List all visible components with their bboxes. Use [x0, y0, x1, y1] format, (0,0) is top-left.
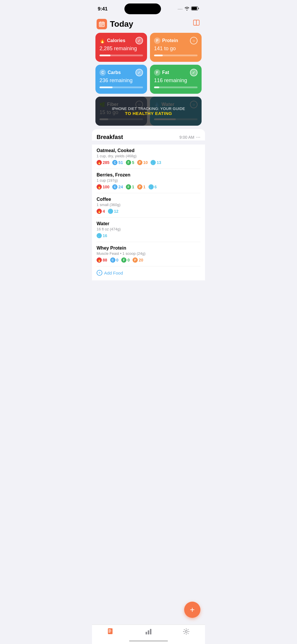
- oatmeal-macros: 🔥 285 C 51 F 5 P 10 💧 13: [97, 160, 200, 165]
- meal-options-icon[interactable]: ···: [196, 134, 200, 140]
- protein-value: 141 to go: [154, 46, 198, 52]
- breakfast-title: Breakfast: [97, 134, 123, 140]
- berries-desc: 1 cup (197g): [97, 178, 200, 183]
- breakfast-time: 9:00 AM: [180, 135, 194, 140]
- carb-icon: C: [112, 160, 117, 165]
- protein-progress-fill: [154, 55, 163, 56]
- add-food-button[interactable]: ＋ Add Food: [97, 266, 200, 280]
- berries-water: 💧 6: [148, 184, 157, 190]
- battery-icon: [191, 6, 199, 12]
- svg-rect-8: [103, 24, 104, 25]
- book-icon[interactable]: [192, 19, 200, 29]
- berries-fat: F 1: [126, 184, 134, 190]
- breakfast-section: Breakfast 9:00 AM ···: [92, 129, 205, 140]
- overlay-banner[interactable]: IPHONE DIET TRACKING: YOUR GUIDE TO HEAL…: [95, 97, 202, 126]
- status-icons: ····: [178, 6, 199, 12]
- coffee-water: 💧 12: [108, 209, 119, 214]
- oatmeal-fat: F 5: [126, 160, 134, 165]
- breakfast-time-row: 9:00 AM ···: [180, 134, 200, 140]
- fire-icon: 🔥: [99, 38, 105, 44]
- prot-badge-icon: P: [137, 160, 142, 165]
- fat-check: ✓: [190, 69, 198, 76]
- breakfast-header: Breakfast 9:00 AM ···: [97, 134, 200, 140]
- overlay-banner-text2: TO HEALTHY EATING: [125, 111, 172, 116]
- macro-card-carbs[interactable]: C Carbs ✓ 236 remaining: [95, 65, 147, 94]
- water-badge-icon: 💧: [151, 160, 156, 165]
- carbs-check: ✓: [135, 69, 143, 76]
- protein-icon: P: [154, 37, 160, 44]
- svg-rect-4: [100, 21, 101, 23]
- oatmeal-cal: 🔥 285: [97, 160, 109, 165]
- oatmeal-protein: P 10: [137, 160, 148, 165]
- carbs-label: C Carbs: [99, 69, 121, 76]
- fat-value: 116 remaining: [154, 77, 198, 84]
- water-food-desc: 16 fl oz (474g): [97, 227, 200, 231]
- berries-carbs: C 24: [112, 184, 123, 190]
- status-time: 9:41: [98, 6, 108, 12]
- whey-protein: P 20: [133, 257, 143, 263]
- calories-label: 🔥 Calories: [99, 38, 125, 44]
- whey-carbs: C 0: [110, 257, 119, 263]
- calories-progress: [99, 55, 143, 56]
- berries-name: Berries, Frozen: [97, 172, 200, 178]
- fat-progress: [154, 86, 198, 88]
- carbs-progress-fill: [99, 86, 113, 88]
- wifi-icon: [184, 6, 189, 12]
- calories-value: 2,285 remaining: [99, 46, 143, 52]
- coffee-macros: 🔥 4 💧 12: [97, 209, 200, 214]
- berries-protein: P 1: [137, 184, 146, 190]
- page-title: Today: [110, 19, 133, 29]
- carbs-progress: [99, 86, 143, 88]
- whey-name: Whey Protein: [97, 246, 200, 251]
- svg-rect-6: [100, 24, 101, 25]
- macro-cards-grid: 🔥 Calories ✓ 2,285 remaining P Protein ○…: [92, 33, 205, 97]
- svg-rect-5: [103, 21, 103, 23]
- fat-badge-icon: F: [126, 160, 131, 165]
- berries-macros: 🔥 100 C 24 F 1 P 1 💧 6: [97, 184, 200, 190]
- macro-card-protein[interactable]: P Protein ○ 141 to go: [150, 33, 202, 62]
- svg-rect-9: [100, 25, 101, 26]
- food-item-coffee[interactable]: Coffee 1 small (360g) 🔥 4 💧 12: [97, 193, 200, 218]
- calories-progress-fill: [99, 55, 111, 56]
- protein-progress: [154, 55, 198, 56]
- dynamic-island: [124, 3, 161, 14]
- coffee-cal: 🔥 4: [97, 209, 105, 214]
- macro-card-fat[interactable]: F Fat ✓ 116 remaining: [150, 65, 202, 94]
- signal-icon: ····: [178, 7, 183, 11]
- protein-label: P Protein: [154, 37, 178, 44]
- water-food-water: 💧 16: [97, 233, 107, 238]
- svg-rect-10: [102, 25, 102, 26]
- page-header: Today: [92, 17, 205, 33]
- oatmeal-water: 💧 13: [151, 160, 161, 165]
- whey-desc: Muscle Feast • 1 scoop (24g): [97, 251, 200, 256]
- add-food-plus-icon: ＋: [97, 270, 102, 276]
- carbs-value: 236 remaining: [99, 77, 143, 84]
- cal-icon: 🔥: [97, 160, 102, 165]
- breakfast-foods: Oatmeal, Cooked 1 cup, dry, yields (468g…: [92, 145, 205, 280]
- svg-rect-7: [102, 24, 102, 25]
- whey-fat: F 0: [121, 257, 130, 263]
- food-item-oatmeal[interactable]: Oatmeal, Cooked 1 cup, dry, yields (468g…: [97, 145, 200, 169]
- coffee-desc: 1 small (360g): [97, 203, 200, 207]
- calories-check: ✓: [135, 37, 143, 44]
- food-item-water[interactable]: Water 16 fl oz (474g) 💧 16: [97, 218, 200, 242]
- add-food-label: Add Food: [104, 270, 123, 275]
- svg-rect-1: [192, 7, 197, 10]
- water-food-name: Water: [97, 221, 200, 226]
- macro-card-calories[interactable]: 🔥 Calories ✓ 2,285 remaining: [95, 33, 147, 62]
- fat-progress-fill: [154, 86, 159, 88]
- oatmeal-carbs: C 51: [112, 160, 123, 165]
- protein-check: ○: [190, 37, 198, 44]
- fat-icon: F: [154, 69, 160, 76]
- food-item-berries[interactable]: Berries, Frozen 1 cup (197g) 🔥 100 C 24 …: [97, 169, 200, 193]
- overlay-section: 🌿 Fiber ○ 15 to go 💧 Water ○: [95, 97, 202, 126]
- header-left: Today: [97, 19, 133, 29]
- berries-cal: 🔥 100: [97, 184, 109, 190]
- whey-cal: 🔥 88: [97, 257, 107, 263]
- whey-macros: 🔥 88 C 0 F 0 P 20: [97, 257, 200, 263]
- oatmeal-name: Oatmeal, Cooked: [97, 148, 200, 153]
- oatmeal-desc: 1 cup, dry, yields (468g): [97, 154, 200, 158]
- calendar-icon: [97, 19, 107, 29]
- food-item-whey[interactable]: Whey Protein Muscle Feast • 1 scoop (24g…: [97, 242, 200, 266]
- status-bar: 9:41 ····: [92, 0, 205, 17]
